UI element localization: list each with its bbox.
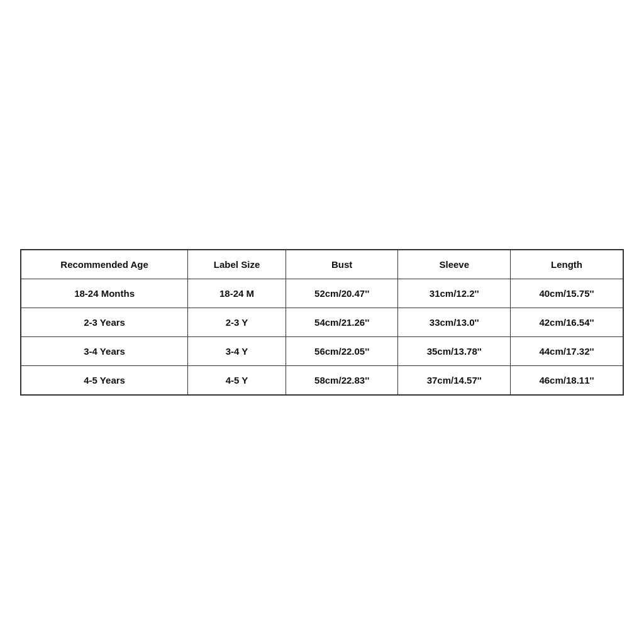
header-sleeve: Sleeve <box>398 250 511 279</box>
cell-label-1: 2-3 Y <box>188 308 286 336</box>
size-chart-container: Recommended Age Label Size Bust Sleeve L… <box>20 249 624 396</box>
table-header-row: Recommended Age Label Size Bust Sleeve L… <box>21 250 623 279</box>
header-bust: Bust <box>286 250 398 279</box>
cell-sleeve-1: 33cm/13.0'' <box>398 308 511 336</box>
header-recommended-age: Recommended Age <box>21 250 188 279</box>
cell-label-0: 18-24 M <box>188 279 286 308</box>
header-length: Length <box>511 250 623 279</box>
cell-label-2: 3-4 Y <box>188 336 286 365</box>
table-row: 4-5 Years 4-5 Y 58cm/22.83'' 37cm/14.57'… <box>21 365 623 395</box>
cell-length-0: 40cm/15.75'' <box>511 279 623 308</box>
cell-bust-3: 58cm/22.83'' <box>286 365 398 395</box>
table-row: 18-24 Months 18-24 M 52cm/20.47'' 31cm/1… <box>21 279 623 308</box>
cell-age-1: 2-3 Years <box>21 308 188 336</box>
cell-age-0: 18-24 Months <box>21 279 188 308</box>
cell-age-2: 3-4 Years <box>21 336 188 365</box>
cell-length-3: 46cm/18.11'' <box>511 365 623 395</box>
cell-sleeve-2: 35cm/13.78'' <box>398 336 511 365</box>
cell-bust-1: 54cm/21.26'' <box>286 308 398 336</box>
cell-length-1: 42cm/16.54'' <box>511 308 623 336</box>
cell-sleeve-0: 31cm/12.2'' <box>398 279 511 308</box>
table-row: 2-3 Years 2-3 Y 54cm/21.26'' 33cm/13.0''… <box>21 308 623 336</box>
cell-sleeve-3: 37cm/14.57'' <box>398 365 511 395</box>
table-row: 3-4 Years 3-4 Y 56cm/22.05'' 35cm/13.78'… <box>21 336 623 365</box>
cell-bust-2: 56cm/22.05'' <box>286 336 398 365</box>
cell-length-2: 44cm/17.32'' <box>511 336 623 365</box>
header-label-size: Label Size <box>188 250 286 279</box>
cell-bust-0: 52cm/20.47'' <box>286 279 398 308</box>
cell-label-3: 4-5 Y <box>188 365 286 395</box>
cell-age-3: 4-5 Years <box>21 365 188 395</box>
size-chart-table: Recommended Age Label Size Bust Sleeve L… <box>20 249 624 396</box>
